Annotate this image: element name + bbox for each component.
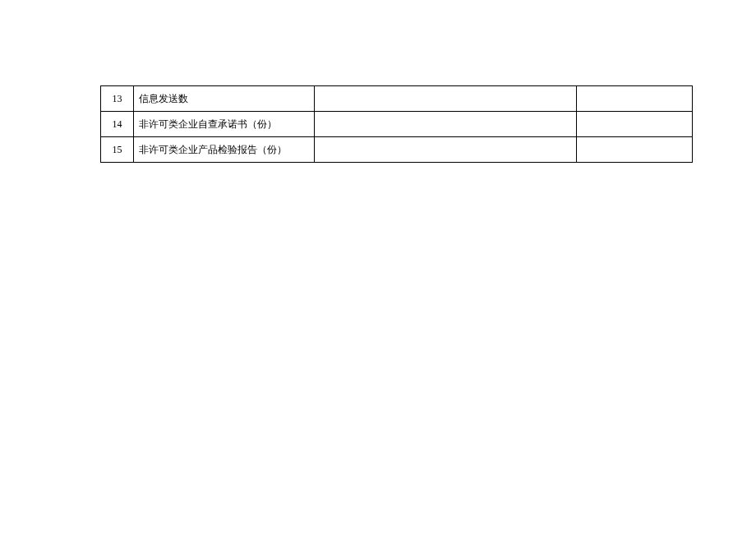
row-value1-cell: [314, 137, 577, 163]
row-value2-cell: [577, 86, 693, 112]
row-number-cell: 13: [101, 86, 134, 112]
table-row: 15 非许可类企业产品检验报告（份）: [101, 137, 693, 163]
row-label-cell: 信息发送数: [133, 86, 314, 112]
row-number-cell: 15: [101, 137, 134, 163]
row-value2-cell: [577, 137, 693, 163]
row-value1-cell: [314, 112, 577, 137]
row-value2-cell: [577, 112, 693, 137]
form-table: 13 信息发送数 14 非许可类企业自查承诺书（份） 15 非许可类企业产品检验…: [100, 85, 693, 163]
row-label-cell: 非许可类企业产品检验报告（份）: [133, 137, 314, 163]
table-row: 13 信息发送数: [101, 86, 693, 112]
row-number-cell: 14: [101, 112, 134, 137]
form-table-container: 13 信息发送数 14 非许可类企业自查承诺书（份） 15 非许可类企业产品检验…: [100, 85, 693, 163]
row-label-cell: 非许可类企业自查承诺书（份）: [133, 112, 314, 137]
row-value1-cell: [314, 86, 577, 112]
table-row: 14 非许可类企业自查承诺书（份）: [101, 112, 693, 137]
